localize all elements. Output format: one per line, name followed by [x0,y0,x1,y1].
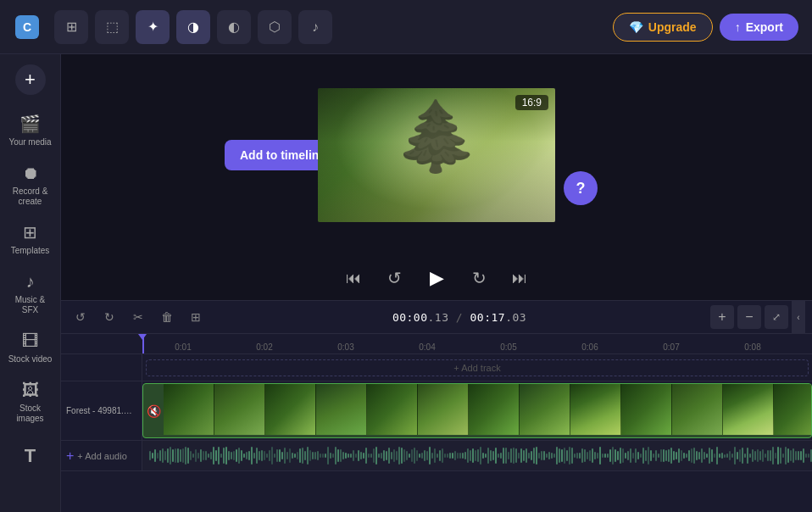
help-button[interactable]: ? [564,171,598,205]
waveform-bar [706,454,708,458]
clip-thumb [316,384,367,435]
sidebar-item-record-create[interactable]: ⏺ Record &create [5,159,56,210]
waveform-bar [208,454,209,457]
waveform-bar [719,454,720,457]
waveform-bar [159,450,161,461]
sidebar-item-music-sfx[interactable]: ♪ Music & SFX [5,268,56,319]
waveform-bar [467,448,469,463]
waveform-bar [579,453,581,459]
empty-track-label-area [61,354,142,381]
waveform-bar [360,452,362,459]
video-preview-wrapper: Add to timeline 16:9 ? [61,54,812,256]
waveform-bar [157,453,159,459]
mute-icon: 🔇 [147,404,161,418]
waveform-bar [180,449,181,462]
sidebar-item-stock-video[interactable]: 🎞 Stock video [5,322,56,373]
fit-button[interactable]: ⤢ [765,305,788,329]
waveform-bar [780,448,781,465]
waveform-bar [800,451,802,459]
add-button[interactable]: + [15,64,46,95]
toolbar-color-btn[interactable]: ◑ [176,10,210,44]
sidebar-item-templates[interactable]: ⊞ Templates [5,214,56,264]
ruler-mark: 0:08 [712,342,793,353]
waveform-bar [177,448,179,463]
waveform-bar [477,449,479,462]
waveform-bar [154,449,156,462]
toolbar-crop-btn[interactable]: ⬚ [95,10,129,44]
collapse-sidebar-button[interactable]: ‹ [792,300,805,334]
waveform-bar [533,448,535,464]
waveform-bar [627,451,629,460]
sidebar-item-your-media[interactable]: 🎬 Your media [5,105,56,156]
waveform-bar [726,454,728,458]
waveform-bar [297,452,298,459]
export-button[interactable]: ↑ Export [720,14,798,41]
waveform-bar [637,452,639,459]
skip-to-start-button[interactable]: ⏮ [340,264,367,292]
skip-to-end-button[interactable]: ⏭ [506,264,533,292]
play-button[interactable]: ▶ [421,263,452,293]
waveform-bar [429,447,431,465]
zoom-in-button[interactable]: + [710,305,734,329]
waveform-bar [790,450,792,461]
waveform-bar [475,450,476,460]
waveform-bar [264,451,265,460]
playhead-triangle [138,334,147,340]
zoom-out-button[interactable]: − [737,305,761,329]
waveform-bar [192,454,194,457]
sidebar-item-stock-images[interactable]: 🖼 Stock images [5,376,56,427]
waveform-bar [220,454,222,458]
video-track: Forest - 49981.mp4 🔇 [61,381,812,441]
waveform-bar [640,454,642,459]
rewind-button[interactable]: ↺ [381,264,408,292]
waveform-bar [170,447,171,464]
waveform-bar [185,447,186,465]
video-thumbnail: 16:9 [318,88,555,222]
delete-button[interactable]: 🗑 [154,304,180,330]
waveform-bar [162,448,164,463]
waveform-bar [182,448,184,464]
waveform-bar [261,450,263,461]
waveform-bar [510,448,512,463]
undo-button[interactable]: ↺ [68,304,93,330]
toolbar-layout-btn[interactable]: ⊞ [54,10,88,44]
waveform-bar [495,448,497,464]
waveform-bar [609,449,611,463]
upgrade-button[interactable]: 💎 Upgrade [613,13,713,42]
templates-icon: ⊞ [23,222,37,242]
add-track-button[interactable]: + Add track [146,359,809,376]
add-audio-label[interactable]: + Add audio [77,451,126,461]
waveform-bar [737,452,738,459]
waveform-bar [604,454,606,457]
waveform-bar [228,451,230,461]
waveform-bar [276,449,278,462]
waveform-bar [642,448,644,464]
video-track-content[interactable]: 🔇 [142,381,812,440]
waveform-bar [368,454,370,459]
waveform-bar [406,451,408,460]
ruler-mark: 0:05 [468,342,549,353]
waveform-bar [363,453,364,459]
waveform-bar [793,448,794,463]
waveform-bar [686,454,687,458]
toolbar-adjust-btn[interactable]: ◐ [217,10,251,44]
waveform-bar [584,449,586,462]
redo-button[interactable]: ↻ [97,304,122,330]
waveform-bar [365,448,367,465]
toolbar-transform-btn[interactable]: ✦ [136,10,170,44]
sidebar-item-text[interactable]: T [5,431,56,481]
cut-button[interactable]: ✂ [125,304,151,330]
toolbar-audio-btn[interactable]: ♪ [298,10,332,44]
text-icon: T [25,445,36,467]
video-preview: Add to timeline 16:9 ? [318,88,555,222]
audio-waveform [142,444,812,467]
toolbar-effects-btn[interactable]: ⬡ [258,10,292,44]
forward-button[interactable]: ↻ [465,264,492,292]
video-clip[interactable]: 🔇 [142,383,812,438]
waveform-bar [487,448,489,465]
waveform-bar [335,447,336,464]
waveform-bar [294,454,296,459]
add-clip-button[interactable]: ⊞ [183,304,209,330]
clip-thumb [164,384,214,435]
waveform-bar [457,453,459,459]
